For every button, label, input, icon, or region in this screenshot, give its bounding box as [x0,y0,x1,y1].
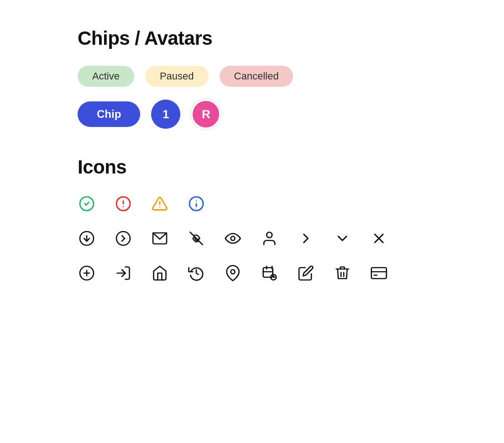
avatar-r[interactable]: R [191,100,220,129]
close-icon [370,229,388,248]
icons-row-actions [78,229,504,248]
interactive-chips-row: Chip 1 R [78,100,504,129]
info-circle-icon [187,195,205,213]
eye-off-icon [187,229,205,248]
status-chips-row: Active Paused Cancelled [78,66,504,87]
icons-row-utility [78,264,504,282]
svg-point-5 [159,206,160,207]
icons-row-status [78,195,504,213]
arrow-right-circle-icon [114,229,132,248]
mail-icon [151,229,169,248]
chip-paused[interactable]: Paused [145,66,209,87]
user-icon [260,229,278,248]
check-circle-icon [78,195,96,213]
download-icon [78,229,96,248]
chevron-down-icon [333,229,352,248]
credit-card-icon [370,264,388,282]
chevron-right-icon [297,229,315,248]
trash-icon [333,264,352,282]
warning-triangle-icon [151,195,169,213]
calendar-clock-icon [260,264,278,282]
chips-avatars-section: Chips / Avatars Active Paused Cancelled … [78,27,504,129]
chip-cancelled[interactable]: Cancelled [220,66,294,87]
svg-point-22 [231,270,235,274]
location-pin-icon [224,264,242,282]
icons-section: Icons [78,156,504,282]
svg-rect-28 [372,268,387,279]
history-icon [187,264,205,282]
home-icon [151,264,169,282]
svg-point-11 [116,232,130,245]
chip-blue[interactable]: Chip [78,101,140,127]
svg-line-13 [190,232,203,245]
svg-point-8 [196,200,197,201]
pencil-icon [297,264,315,282]
eye-icon [224,229,242,248]
svg-point-14 [231,237,235,241]
icons-title: Icons [78,156,504,178]
svg-point-15 [267,232,272,238]
chip-active[interactable]: Active [78,66,134,87]
svg-point-3 [123,206,124,207]
plus-circle-icon [78,264,96,282]
chips-avatars-title: Chips / Avatars [78,27,504,49]
login-icon [114,264,132,282]
error-circle-icon [114,195,132,213]
avatar-1[interactable]: 1 [151,100,180,129]
